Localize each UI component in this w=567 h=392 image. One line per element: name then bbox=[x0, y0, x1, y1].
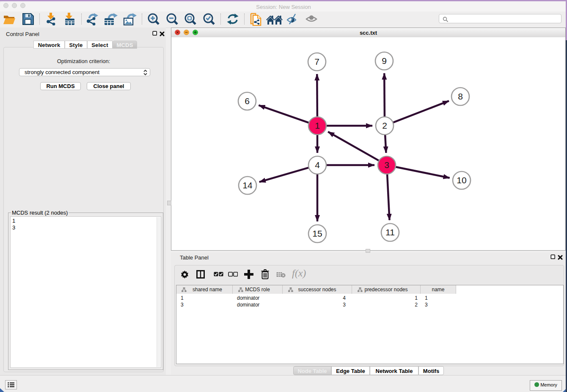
svg-text:2: 2 bbox=[382, 121, 387, 130]
svg-text:8: 8 bbox=[458, 91, 463, 101]
svg-text:14: 14 bbox=[242, 180, 253, 190]
svg-text:9: 9 bbox=[382, 56, 387, 66]
svg-text:15: 15 bbox=[312, 229, 322, 238]
svg-text:4: 4 bbox=[315, 160, 320, 170]
svg-text:10: 10 bbox=[457, 175, 466, 185]
svg-text:1: 1 bbox=[315, 121, 320, 130]
svg-text:6: 6 bbox=[245, 96, 250, 106]
svg-text:11: 11 bbox=[385, 227, 395, 237]
svg-text:3: 3 bbox=[384, 160, 389, 170]
svg-text:7: 7 bbox=[314, 57, 319, 66]
